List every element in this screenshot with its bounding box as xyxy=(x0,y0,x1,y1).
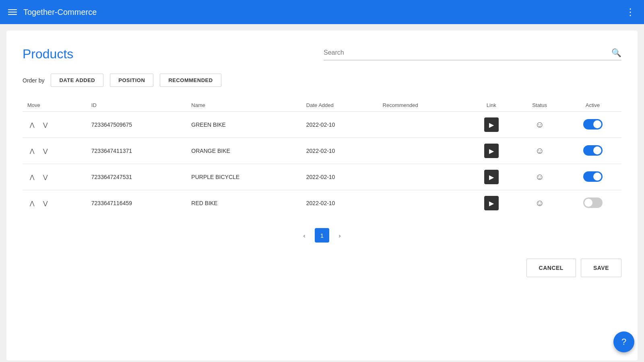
order-by-label: Order by xyxy=(23,77,44,84)
move-up-button[interactable]: ⋀ xyxy=(27,199,37,207)
order-by-position-button[interactable]: POSITION xyxy=(110,74,153,87)
active-toggle[interactable] xyxy=(583,145,603,156)
move-down-button[interactable]: ⋁ xyxy=(41,173,50,181)
product-date-added: 2022-02-10 xyxy=(301,112,378,138)
move-up-button[interactable]: ⋀ xyxy=(27,147,37,155)
product-recommended xyxy=(378,190,468,216)
status-icon[interactable]: ☺ xyxy=(535,172,544,182)
pagination: ‹ 1 › xyxy=(23,228,621,243)
col-date-added: Date Added xyxy=(301,99,378,112)
active-toggle[interactable] xyxy=(583,197,603,208)
active-toggle[interactable] xyxy=(583,171,603,182)
product-recommended xyxy=(378,138,468,164)
move-down-button[interactable]: ⋁ xyxy=(41,121,50,129)
page-1-button[interactable]: 1 xyxy=(315,228,329,243)
active-toggle[interactable] xyxy=(583,119,603,130)
search-icon: 🔍 xyxy=(611,48,621,58)
move-cell: ⋀ ⋁ xyxy=(23,112,87,138)
product-link-icon[interactable]: ▶ xyxy=(484,117,499,132)
product-name: RED BIKE xyxy=(186,190,301,216)
product-name: PURPLE BICYCLE xyxy=(186,164,301,190)
product-id: 7233647411371 xyxy=(87,138,187,164)
col-name: Name xyxy=(186,99,301,112)
table-row: ⋀ ⋁ 7233647116459RED BIKE2022-02-10▶☺ xyxy=(23,190,621,216)
product-link-icon[interactable]: ▶ xyxy=(484,144,499,158)
product-date-added: 2022-02-10 xyxy=(301,164,378,190)
page-title: Products xyxy=(23,47,73,62)
col-recommended: Recommended xyxy=(378,99,468,112)
search-input[interactable] xyxy=(324,49,611,56)
move-down-button[interactable]: ⋁ xyxy=(41,199,50,207)
product-active-cell xyxy=(564,190,621,216)
col-status: Status xyxy=(515,99,564,112)
bottom-actions: CANCEL SAVE xyxy=(23,259,621,277)
order-by-date-added-button[interactable]: DATE ADDED xyxy=(51,74,103,87)
product-id: 7233647116459 xyxy=(87,190,187,216)
fab-button[interactable]: ? xyxy=(613,331,634,352)
move-cell: ⋀ ⋁ xyxy=(23,138,87,164)
product-link-icon[interactable]: ▶ xyxy=(484,170,499,184)
product-date-added: 2022-02-10 xyxy=(301,138,378,164)
product-status-cell: ☺ xyxy=(515,112,564,138)
product-active-cell xyxy=(564,138,621,164)
order-by-recommended-button[interactable]: RECOMMENDED xyxy=(160,74,221,87)
product-date-added: 2022-02-10 xyxy=(301,190,378,216)
product-id: 7233647247531 xyxy=(87,164,187,190)
top-section: Products 🔍 xyxy=(23,47,621,62)
move-up-button[interactable]: ⋀ xyxy=(27,173,37,181)
product-recommended xyxy=(378,112,468,138)
product-id: 7233647509675 xyxy=(87,112,187,138)
product-status-cell: ☺ xyxy=(515,190,564,216)
col-move: Move xyxy=(23,99,87,112)
product-link-cell: ▶ xyxy=(467,138,515,164)
prev-page-button[interactable]: ‹ xyxy=(297,228,312,243)
next-page-button[interactable]: › xyxy=(332,228,347,243)
col-active: Active xyxy=(564,99,621,112)
col-id: ID xyxy=(87,99,187,112)
save-button[interactable]: SAVE xyxy=(581,259,621,277)
table-row: ⋀ ⋁ 7233647247531PURPLE BICYCLE2022-02-1… xyxy=(23,164,621,190)
product-link-cell: ▶ xyxy=(467,164,515,190)
product-link-cell: ▶ xyxy=(467,112,515,138)
product-recommended xyxy=(378,164,468,190)
status-icon[interactable]: ☺ xyxy=(535,198,544,208)
header-left: Together-Commerce xyxy=(8,8,97,17)
status-icon[interactable]: ☺ xyxy=(535,119,544,130)
app-title: Together-Commerce xyxy=(23,8,97,17)
col-link: Link xyxy=(467,99,515,112)
product-active-cell xyxy=(564,112,621,138)
table-row: ⋀ ⋁ 7233647411371ORANGE BIKE2022-02-10▶☺ xyxy=(23,138,621,164)
more-options-button[interactable]: ⋮ xyxy=(625,6,636,18)
move-up-button[interactable]: ⋀ xyxy=(27,121,37,129)
product-status-cell: ☺ xyxy=(515,164,564,190)
search-container: 🔍 xyxy=(324,48,621,60)
product-status-cell: ☺ xyxy=(515,138,564,164)
cancel-button[interactable]: CANCEL xyxy=(526,259,576,277)
product-name: ORANGE BIKE xyxy=(186,138,301,164)
product-link-icon[interactable]: ▶ xyxy=(484,196,499,210)
products-table: Move ID Name Date Added Recommended Link… xyxy=(23,99,621,216)
product-active-cell xyxy=(564,164,621,190)
app-header: Together-Commerce ⋮ xyxy=(0,0,644,24)
product-link-cell: ▶ xyxy=(467,190,515,216)
move-cell: ⋀ ⋁ xyxy=(23,190,87,216)
order-by-section: Order by DATE ADDED POSITION RECOMMENDED xyxy=(23,74,621,87)
product-name: GREEN BIKE xyxy=(186,112,301,138)
menu-button[interactable] xyxy=(8,9,17,15)
move-cell: ⋀ ⋁ xyxy=(23,164,87,190)
main-content: Products 🔍 Order by DATE ADDED POSITION … xyxy=(6,31,638,360)
status-icon[interactable]: ☺ xyxy=(535,146,544,156)
move-down-button[interactable]: ⋁ xyxy=(41,147,50,155)
table-row: ⋀ ⋁ 7233647509675GREEN BIKE2022-02-10▶☺ xyxy=(23,112,621,138)
